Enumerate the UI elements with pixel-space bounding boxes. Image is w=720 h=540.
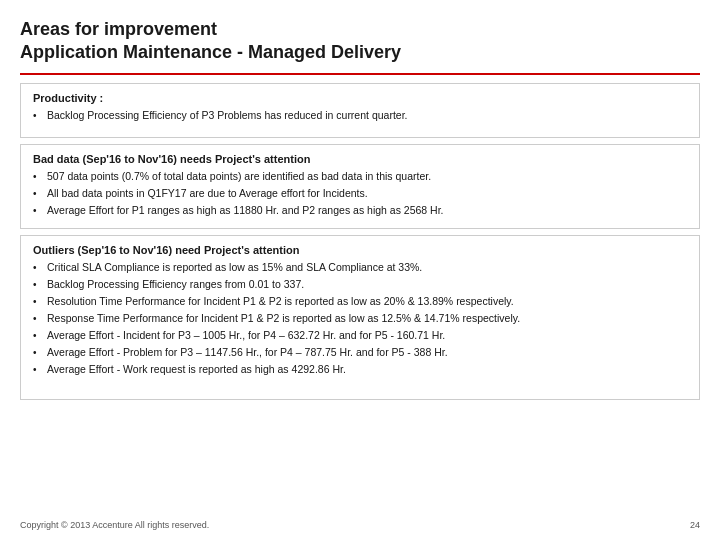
content-area: Productivity : • Backlog Processing Effi… [20, 83, 700, 514]
bullet-icon: • [33, 277, 47, 292]
outliers-title: Outliers (Sep'16 to Nov'16) need Project… [33, 244, 687, 256]
bullet-icon: • [33, 169, 47, 184]
bullet-icon: • [33, 186, 47, 201]
bullet-text: Average Effort - Work request is reporte… [47, 362, 687, 377]
bullet-text: Response Time Performance for Incident P… [47, 311, 687, 326]
bad-data-section: Bad data (Sep'16 to Nov'16) needs Projec… [20, 144, 700, 229]
list-item: • Average Effort for P1 ranges as high a… [33, 203, 687, 218]
bullet-text: Average Effort - Incident for P3 – 1005 … [47, 328, 687, 343]
bad-data-title: Bad data (Sep'16 to Nov'16) needs Projec… [33, 153, 687, 165]
list-item: • Critical SLA Compliance is reported as… [33, 260, 687, 275]
bullet-text: Resolution Time Performance for Incident… [47, 294, 687, 309]
copyright-text: Copyright © 2013 Accenture All rights re… [20, 520, 209, 530]
bullet-text: All bad data points in Q1FY17 are due to… [47, 186, 687, 201]
list-item: • Average Effort - Incident for P3 – 100… [33, 328, 687, 343]
bullet-icon: • [33, 203, 47, 218]
bullet-icon: • [33, 260, 47, 275]
bullet-icon: • [33, 345, 47, 360]
bullet-icon: • [33, 362, 47, 377]
bullet-text: Backlog Processing Efficiency ranges fro… [47, 277, 687, 292]
bullet-text: Backlog Processing Efficiency of P3 Prob… [47, 108, 687, 123]
list-item: • Average Effort - Problem for P3 – 1147… [33, 345, 687, 360]
list-item: • Resolution Time Performance for Incide… [33, 294, 687, 309]
outliers-section: Outliers (Sep'16 to Nov'16) need Project… [20, 235, 700, 400]
list-item: • All bad data points in Q1FY17 are due … [33, 186, 687, 201]
bullet-icon: • [33, 311, 47, 326]
page-number: 24 [690, 520, 700, 530]
list-item: • Backlog Processing Efficiency of P3 Pr… [33, 108, 687, 123]
bullet-icon: • [33, 294, 47, 309]
list-item: • Response Time Performance for Incident… [33, 311, 687, 326]
page-header: Areas for improvement Application Mainte… [20, 18, 700, 63]
list-item: • Backlog Processing Efficiency ranges f… [33, 277, 687, 292]
bullet-text: 507 data points (0.7% of total data poin… [47, 169, 687, 184]
list-item: • 507 data points (0.7% of total data po… [33, 169, 687, 184]
bullet-icon: • [33, 108, 47, 123]
page: Areas for improvement Application Mainte… [0, 0, 720, 540]
bullet-text: Critical SLA Compliance is reported as l… [47, 260, 687, 275]
list-item: • Average Effort - Work request is repor… [33, 362, 687, 377]
page-title: Areas for improvement Application Mainte… [20, 18, 700, 63]
productivity-title: Productivity : [33, 92, 687, 104]
bullet-text: Average Effort for P1 ranges as high as … [47, 203, 687, 218]
header-divider [20, 73, 700, 75]
page-footer: Copyright © 2013 Accenture All rights re… [20, 520, 700, 530]
bullet-text: Average Effort - Problem for P3 – 1147.5… [47, 345, 687, 360]
bullet-icon: • [33, 328, 47, 343]
productivity-section: Productivity : • Backlog Processing Effi… [20, 83, 700, 138]
